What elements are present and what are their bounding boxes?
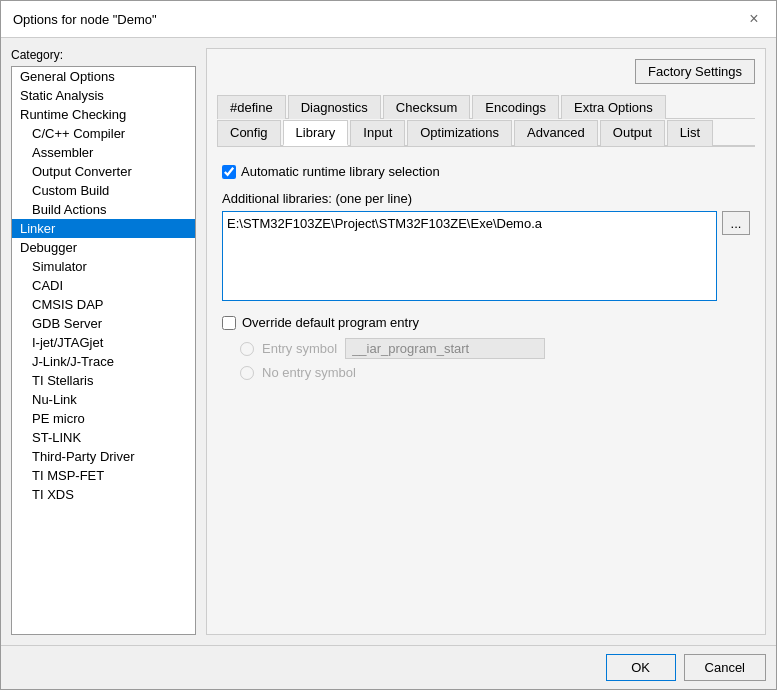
tab-list[interactable]: List [667, 120, 713, 146]
content-area: Automatic runtime library selection Addi… [217, 159, 755, 624]
tab-config[interactable]: Config [217, 120, 281, 146]
factory-settings-row: Factory Settings [217, 59, 755, 84]
tab-diagnostics[interactable]: Diagnostics [288, 95, 381, 119]
sidebar-item-simulator[interactable]: Simulator [12, 257, 195, 276]
entry-symbol-input[interactable] [345, 338, 545, 359]
entry-symbol-row: Entry symbol [240, 338, 750, 359]
override-row: Override default program entry [222, 315, 750, 330]
sidebar-item-cmsis-dap[interactable]: CMSIS DAP [12, 295, 195, 314]
no-entry-symbol-label: No entry symbol [262, 365, 356, 380]
tab-library[interactable]: Library [283, 120, 349, 146]
sidebar-item-ti-xds[interactable]: TI XDS [12, 485, 195, 504]
sidebar-item-st-link[interactable]: ST-LINK [12, 428, 195, 447]
sidebar-item-i-jetjtagjet[interactable]: I-jet/JTAGjet [12, 333, 195, 352]
sidebar-item-cadi[interactable]: CADI [12, 276, 195, 295]
ok-button[interactable]: OK [606, 654, 676, 681]
sidebar-item-custom-build[interactable]: Custom Build [12, 181, 195, 200]
no-entry-symbol-radio[interactable] [240, 366, 254, 380]
sidebar-item-debugger[interactable]: Debugger [12, 238, 195, 257]
sidebar-item-gdb-server[interactable]: GDB Server [12, 314, 195, 333]
sidebar-item-runtime-checking[interactable]: Runtime Checking [12, 105, 195, 124]
sidebar-item-assembler[interactable]: Assembler [12, 143, 195, 162]
sidebar-item-linker[interactable]: Linker [12, 219, 195, 238]
auto-runtime-checkbox[interactable] [222, 165, 236, 179]
cancel-button[interactable]: Cancel [684, 654, 766, 681]
entry-symbol-radio[interactable] [240, 342, 254, 356]
override-default-label: Override default program entry [242, 315, 419, 330]
dialog-title: Options for node "Demo" [13, 12, 157, 27]
radio-group: Entry symbol No entry symbol [240, 338, 750, 380]
main-panel: Factory Settings #defineDiagnosticsCheck… [206, 48, 766, 635]
category-label: Category: [11, 48, 196, 62]
sidebar-item-pe-micro[interactable]: PE micro [12, 409, 195, 428]
sidebar-item-build-actions[interactable]: Build Actions [12, 200, 195, 219]
tabs-row2: ConfigLibraryInputOptimizationsAdvancedO… [217, 119, 755, 147]
tab-extra-options[interactable]: Extra Options [561, 95, 666, 119]
libraries-textarea[interactable] [222, 211, 717, 301]
entry-symbol-label: Entry symbol [262, 341, 337, 356]
auto-runtime-label: Automatic runtime library selection [241, 164, 440, 179]
override-section: Override default program entry Entry sym… [222, 315, 750, 380]
dialog: Options for node "Demo" × Category: Gene… [0, 0, 777, 690]
sidebar-item-ti-stellaris[interactable]: TI Stellaris [12, 371, 195, 390]
sidebar-item-cc-compiler[interactable]: C/C++ Compiler [12, 124, 195, 143]
tab-checksum[interactable]: Checksum [383, 95, 470, 119]
textarea-row: ... [222, 211, 750, 301]
tab-advanced[interactable]: Advanced [514, 120, 598, 146]
dialog-footer: OK Cancel [1, 645, 776, 689]
sidebar-item-nu-link[interactable]: Nu-Link [12, 390, 195, 409]
sidebar-item-j-linkj-trace[interactable]: J-Link/J-Trace [12, 352, 195, 371]
factory-settings-button[interactable]: Factory Settings [635, 59, 755, 84]
dialog-body: Category: General OptionsStatic Analysis… [1, 38, 776, 645]
tab-encodings[interactable]: Encodings [472, 95, 559, 119]
sidebar: Category: General OptionsStatic Analysis… [11, 48, 196, 635]
sidebar-list: General OptionsStatic AnalysisRuntime Ch… [11, 66, 196, 635]
ellipsis-button[interactable]: ... [722, 211, 750, 235]
sidebar-item-general-options[interactable]: General Options [12, 67, 195, 86]
sidebar-item-output-converter[interactable]: Output Converter [12, 162, 195, 181]
tab-output[interactable]: Output [600, 120, 665, 146]
sidebar-item-static-analysis[interactable]: Static Analysis [12, 86, 195, 105]
auto-runtime-row: Automatic runtime library selection [222, 164, 750, 179]
override-default-checkbox[interactable] [222, 316, 236, 330]
no-entry-symbol-row: No entry symbol [240, 365, 750, 380]
title-bar: Options for node "Demo" × [1, 1, 776, 38]
sidebar-item-ti-msp-fet[interactable]: TI MSP-FET [12, 466, 195, 485]
tab-input[interactable]: Input [350, 120, 405, 146]
tab-optimizations[interactable]: Optimizations [407, 120, 512, 146]
close-button[interactable]: × [744, 9, 764, 29]
tabs-row1: #defineDiagnosticsChecksumEncodingsExtra… [217, 94, 755, 119]
tab-define[interactable]: #define [217, 95, 286, 119]
sidebar-item-third-party-driver[interactable]: Third-Party Driver [12, 447, 195, 466]
additional-libraries-label: Additional libraries: (one per line) [222, 191, 750, 206]
